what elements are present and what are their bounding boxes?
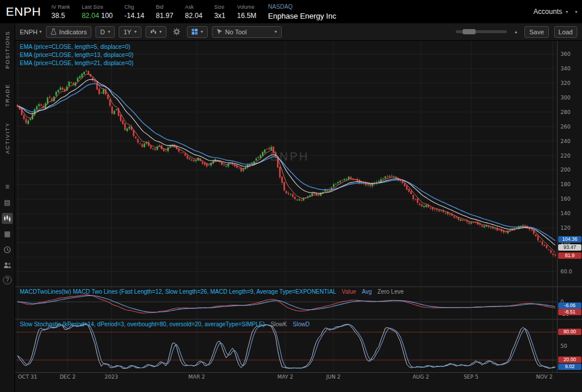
svg-text:220: 220 xyxy=(560,153,570,159)
indicators-button[interactable]: Indicators xyxy=(46,26,92,38)
chevron-down-icon: ▾ xyxy=(108,29,110,34)
triangle-up-icon: ▴ xyxy=(514,29,517,34)
ask-value: 82.04 xyxy=(185,12,203,20)
exchange-label: NASDAQ xyxy=(268,3,293,10)
svg-text:300: 300 xyxy=(560,95,570,101)
chevron-down-icon: ▾ xyxy=(575,9,577,15)
svg-text:280: 280 xyxy=(560,109,570,115)
panel-expand-button[interactable]: ▴ xyxy=(512,26,519,38)
field-last-size: Last Size 82.04 100 xyxy=(81,4,112,20)
svg-text:60.0: 60.0 xyxy=(560,269,572,275)
last-size-value: 100 xyxy=(101,12,113,20)
stoch-legend-slowd: SlowD xyxy=(293,321,310,327)
stoch-oversold-bubble: 20.00 xyxy=(558,357,581,363)
svg-text:2023: 2023 xyxy=(105,374,118,380)
size-value: 3x1 xyxy=(214,12,225,20)
field-size: Size 3x1 xyxy=(214,4,225,20)
chart-icon[interactable] xyxy=(2,213,13,224)
symbol-title: ENPH xyxy=(0,5,51,19)
chevron-down-icon: ▾ xyxy=(201,29,203,34)
range-dropdown[interactable]: 1Y ▾ xyxy=(119,26,141,38)
ask-label: Ask xyxy=(185,4,194,10)
sidebar-tab-trade[interactable]: TRADE xyxy=(4,84,10,107)
field-chg: Chg -14.14 xyxy=(125,4,144,20)
ema13-price-bubble: 93.47 xyxy=(558,244,581,251)
last-price-bubble: 81.9 xyxy=(558,252,581,259)
stoch-study-label[interactable]: Slow Stochastic (kPeriod=14, dPeriod=3, … xyxy=(20,321,310,327)
ema21-price-bubble: 104.36 xyxy=(558,236,581,243)
chart-type-icon xyxy=(150,28,157,35)
svg-text:140: 140 xyxy=(560,211,570,216)
chart-type-dropdown[interactable]: ▾ xyxy=(146,26,166,38)
iv-rank-label: IV Rank xyxy=(51,4,70,10)
slider-handle[interactable] xyxy=(463,29,475,34)
header-menu-button[interactable]: ▾ xyxy=(575,9,582,15)
macd-study-label[interactable]: MACDTwoLines(tw) MACD Two Lines (Fast Le… xyxy=(20,288,404,295)
accounts-label: Accounts xyxy=(534,8,562,16)
left-sidebar: POSITIONS TRADE ACTIVITY ≡ ▤ ▦ xyxy=(0,23,15,392)
stoch-slowk-bubble: 9.02 xyxy=(558,364,581,370)
people-icon[interactable] xyxy=(2,260,13,271)
ema5-study-label[interactable]: EMA (price=CLOSE, length=5, displace=0) xyxy=(20,44,130,50)
svg-text:120: 120 xyxy=(560,225,570,231)
chg-label: Chg xyxy=(125,4,134,10)
svg-text:240: 240 xyxy=(560,138,570,144)
price-chart[interactable]: 3603403203002802602402202001801601401201… xyxy=(15,41,582,392)
macd-legend-avg: Avg xyxy=(362,288,372,295)
field-exchange: NASDAQ Enphase Energy Inc xyxy=(268,3,336,20)
chevron-down-icon: ▾ xyxy=(275,29,277,34)
size-label: Size xyxy=(214,4,225,10)
bid-value: 81.97 xyxy=(156,12,173,20)
iv-rank-value: 38.5 xyxy=(51,12,65,20)
candlestick-glyph xyxy=(3,215,11,222)
svg-text:200: 200 xyxy=(560,167,570,173)
layout-grid-dropdown[interactable]: ▾ xyxy=(187,26,208,38)
sidebar-tab-positions[interactable]: POSITIONS xyxy=(4,31,10,69)
sidebar-icon-rail: ≡ ▤ ▦ ? xyxy=(2,181,13,284)
drawing-tool-value: No Tool xyxy=(225,28,247,35)
svg-text:SEP 5: SEP 5 xyxy=(464,374,478,380)
ema21-study-label[interactable]: EMA (price=CLOSE, length=21, displace=0) xyxy=(20,60,133,66)
drawing-tool-dropdown[interactable]: No Tool ▾ xyxy=(212,26,282,38)
top-header: ENPH IV Rank 38.5 Last Size 82.04 100 Ch… xyxy=(0,0,582,23)
indicators-label: Indicators xyxy=(59,28,87,35)
save-button[interactable]: Save xyxy=(524,26,548,38)
chevron-down-icon: ▾ xyxy=(134,29,137,34)
field-ask: Ask 82.04 xyxy=(185,4,203,20)
accounts-menu[interactable]: Accounts ▾ xyxy=(534,8,575,16)
load-button[interactable]: Load xyxy=(554,26,577,38)
svg-text:MAY 2: MAY 2 xyxy=(277,374,293,380)
sidebar-tab-activity[interactable]: ACTIVITY xyxy=(4,122,10,154)
chg-value: -14.14 xyxy=(125,12,144,20)
timeframe-value: D xyxy=(100,28,105,35)
cursor-arrow-icon xyxy=(217,28,222,35)
chart-watermark: ENPH xyxy=(270,150,310,163)
toolbar-symbol-label: ENPH xyxy=(20,28,38,35)
clock-glyph xyxy=(3,246,11,254)
macd-avg-bubble: -6.06 xyxy=(558,302,581,309)
stoch-overbought-bubble: 80.00 xyxy=(558,329,581,335)
field-iv-rank: IV Rank 38.5 xyxy=(51,4,70,20)
stoch-legend-slowk: SlowK xyxy=(271,321,287,327)
people-glyph xyxy=(3,262,12,269)
apps-grid-icon[interactable]: ▦ xyxy=(2,229,13,240)
timeframe-dropdown[interactable]: D ▾ xyxy=(95,26,115,38)
chevron-down-icon: ▾ xyxy=(40,29,42,34)
stoch-label-text: Slow Stochastic (kPeriod=14, dPeriod=3, … xyxy=(20,321,265,327)
news-page-icon[interactable]: ▤ xyxy=(2,197,13,208)
help-icon[interactable]: ? xyxy=(3,276,12,284)
field-bid: Bid 81.97 xyxy=(156,4,173,20)
svg-text:160: 160 xyxy=(560,196,570,202)
volume-label: Volume xyxy=(237,4,254,10)
chart-zoom-slider[interactable] xyxy=(456,30,507,33)
svg-text:180: 180 xyxy=(560,181,570,187)
svg-text:340: 340 xyxy=(560,66,570,72)
chevron-down-icon: ▾ xyxy=(159,29,162,34)
chart-settings-gear-icon[interactable] xyxy=(171,26,183,38)
toolbar-symbol-dropdown[interactable]: ENPH ▾ xyxy=(20,28,42,35)
quotes-list-icon[interactable]: ≡ xyxy=(2,181,13,193)
svg-text:MAR 2: MAR 2 xyxy=(189,374,205,380)
clock-icon[interactable] xyxy=(2,244,13,255)
ema13-study-label[interactable]: EMA (price=CLOSE, length=13, displace=0) xyxy=(20,52,133,58)
macd-value-bubble: -8.51 xyxy=(558,309,581,315)
